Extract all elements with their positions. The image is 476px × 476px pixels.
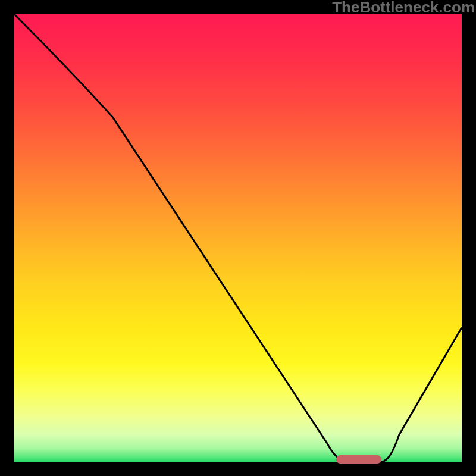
watermark-text: TheBottleneck.com: [332, 0, 475, 17]
chart-frame: [14, 14, 462, 462]
chart-curve-layer: [14, 14, 462, 462]
optimal-range-marker: [336, 455, 381, 464]
bottleneck-curve: [14, 14, 462, 462]
